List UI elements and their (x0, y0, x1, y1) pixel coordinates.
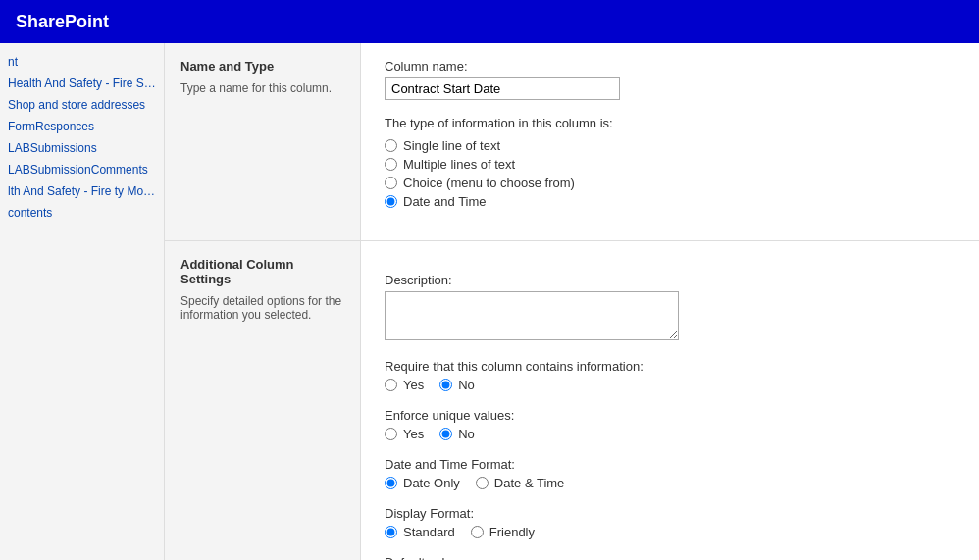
default-value-group: Default value: (None) Today's Date (385, 555, 955, 560)
name-type-title: Name and Type (180, 59, 344, 74)
sidebar-item-7[interactable]: contents (0, 202, 164, 224)
content-area: Name and Type Type a name for this colum… (165, 43, 979, 560)
unique-no[interactable]: No (439, 427, 475, 441)
column-name-group: Column name: (385, 59, 955, 100)
display-format-group: Display Format: Standard Friendly (385, 506, 955, 539)
require-yes[interactable]: Yes (385, 378, 424, 392)
description-group: Description: (385, 273, 955, 343)
require-group: Require that this column contains inform… (385, 359, 955, 392)
datetime-date-only[interactable]: Date Only (385, 476, 460, 490)
sidebar-item-0[interactable]: nt (0, 51, 164, 73)
sidebar: nt Health And Safety - Fire Safety Month… (0, 43, 165, 560)
header: SharePoint (0, 0, 979, 43)
description-label: Description: (385, 273, 955, 287)
display-format-radio-group: Standard Friendly (385, 525, 955, 539)
additional-settings-form: Description: Require that this column co… (361, 241, 979, 560)
name-type-form: Column name: The type of information in … (361, 43, 979, 240)
type-option-1[interactable]: Multiple lines of text (385, 157, 955, 172)
display-standard[interactable]: Standard (385, 525, 455, 539)
sidebar-item-4[interactable]: LABSubmissions (0, 137, 164, 159)
type-radio-group: Single line of text Multiple lines of te… (385, 138, 955, 209)
require-radio-group: Yes No (385, 378, 955, 392)
unique-group: Enforce unique values: Yes No (385, 408, 955, 441)
app-title: SharePoint (16, 12, 109, 32)
sidebar-item-6[interactable]: lth And Safety - Fire ty Month (0, 180, 164, 202)
datetime-date-time[interactable]: Date & Time (476, 476, 565, 490)
name-type-description: Type a name for this column. (180, 81, 344, 95)
datetime-format-label: Date and Time Format: (385, 457, 955, 472)
require-no[interactable]: No (439, 378, 475, 392)
name-type-panel: Name and Type Type a name for this colum… (165, 43, 361, 240)
description-textarea[interactable] (385, 291, 679, 340)
display-format-label: Display Format: (385, 506, 955, 521)
sidebar-item-2[interactable]: Shop and store addresses (0, 94, 164, 116)
type-option-2[interactable]: Choice (menu to choose from) (385, 176, 955, 190)
sidebar-item-1[interactable]: Health And Safety - Fire Safety Month 2 (0, 73, 164, 94)
datetime-format-group: Date and Time Format: Date Only Date & T… (385, 457, 955, 490)
require-label: Require that this column contains inform… (385, 359, 955, 374)
column-name-input[interactable] (385, 77, 620, 100)
additional-settings-title: Additional Column Settings (180, 257, 344, 286)
additional-settings-description: Specify detailed options for the informa… (180, 294, 344, 322)
default-value-label: Default value: (385, 555, 955, 560)
datetime-format-radio-group: Date Only Date & Time (385, 476, 955, 490)
unique-yes[interactable]: Yes (385, 427, 424, 441)
display-friendly[interactable]: Friendly (471, 525, 535, 539)
additional-settings-panel: Additional Column Settings Specify detai… (165, 241, 361, 560)
main-layout: nt Health And Safety - Fire Safety Month… (0, 43, 979, 560)
type-option-0[interactable]: Single line of text (385, 138, 955, 153)
type-heading: The type of information in this column i… (385, 116, 955, 130)
type-group: The type of information in this column i… (385, 116, 955, 209)
unique-label: Enforce unique values: (385, 408, 955, 423)
column-name-label: Column name: (385, 59, 955, 74)
unique-radio-group: Yes No (385, 427, 955, 441)
sidebar-item-3[interactable]: FormResponces (0, 116, 164, 137)
sidebar-item-5[interactable]: LABSubmissionComments (0, 159, 164, 180)
type-option-3[interactable]: Date and Time (385, 194, 955, 209)
